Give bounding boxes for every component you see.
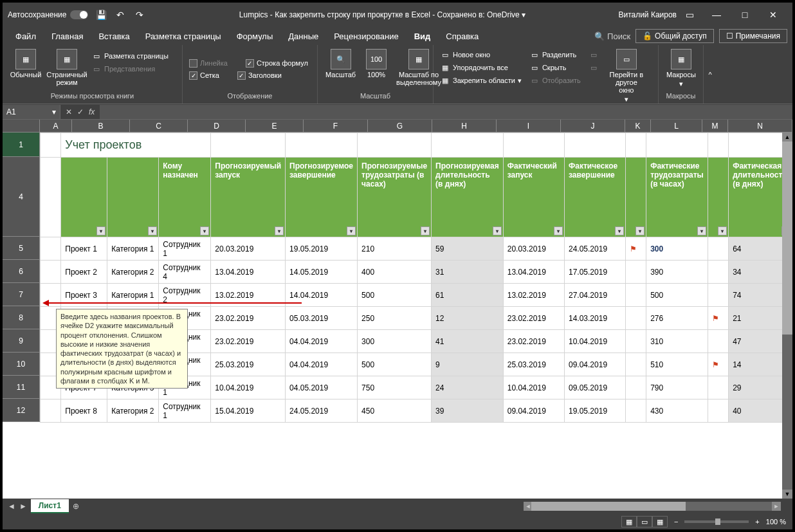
- tab-view[interactable]: Вид: [407, 29, 439, 44]
- cell[interactable]: 500: [646, 284, 708, 307]
- row-header[interactable]: 12: [3, 399, 40, 422]
- zoom-slider[interactable]: [684, 520, 749, 523]
- zoom-out-icon[interactable]: −: [674, 518, 678, 526]
- filter-button[interactable]: ▾: [347, 226, 356, 235]
- cell[interactable]: 10.04.2019: [503, 376, 564, 399]
- tab-help[interactable]: Справка: [438, 29, 486, 44]
- scroll-thumb[interactable]: [782, 142, 792, 335]
- row-header[interactable]: 9: [3, 329, 40, 353]
- filter-button[interactable]: ▾: [96, 226, 105, 235]
- column-header[interactable]: G: [368, 120, 432, 133]
- cell[interactable]: [625, 284, 646, 307]
- filter-button[interactable]: ▾: [718, 226, 727, 235]
- sheet-tab[interactable]: Лист1: [31, 499, 69, 513]
- scroll-up-icon[interactable]: ▲: [782, 133, 792, 142]
- cell[interactable]: 13.04.2019: [503, 261, 564, 284]
- cell[interactable]: [625, 353, 646, 376]
- switch-windows-button[interactable]: ▭Перейти в другое окно ▾: [604, 48, 649, 105]
- cell[interactable]: 12: [432, 307, 504, 330]
- gridlines-checkbox[interactable]: ✓Сетка: [187, 71, 222, 80]
- cell[interactable]: 250: [358, 307, 432, 330]
- cell[interactable]: 09.04.2019: [503, 399, 564, 423]
- column-header[interactable]: M: [702, 120, 728, 133]
- maximize-button[interactable]: □: [731, 5, 759, 24]
- column-header[interactable]: D: [188, 120, 246, 133]
- cell[interactable]: [565, 133, 626, 158]
- zoom-in-icon[interactable]: +: [755, 518, 759, 526]
- cell[interactable]: 23.02.2019: [211, 307, 286, 330]
- cell[interactable]: Категория 2: [107, 261, 159, 284]
- cell[interactable]: ⚑: [708, 353, 728, 376]
- cell[interactable]: 23.02.2019: [503, 307, 564, 330]
- cancel-icon[interactable]: ✕: [66, 107, 72, 116]
- cell[interactable]: [708, 284, 728, 307]
- cell[interactable]: Проект 8: [61, 399, 107, 423]
- cell[interactable]: 24.05.2019: [286, 399, 358, 423]
- filter-button[interactable]: ▾: [615, 226, 624, 235]
- scroll-down-icon[interactable]: ▼: [782, 490, 792, 499]
- formula-input[interactable]: [100, 105, 792, 119]
- split-button[interactable]: ▭Разделить: [527, 49, 583, 60]
- column-header[interactable]: L: [651, 120, 702, 133]
- add-sheet-icon[interactable]: ⊕: [73, 502, 79, 511]
- cell[interactable]: 09.05.2019: [565, 376, 626, 399]
- filter-button[interactable]: ▾: [635, 226, 644, 235]
- cell[interactable]: [41, 399, 61, 423]
- name-box[interactable]: A1▾: [3, 105, 60, 119]
- cell[interactable]: 61: [432, 284, 504, 307]
- header-cell[interactable]: Прогнозируемые трудозатраты (в часах)▾: [358, 158, 432, 237]
- tab-file[interactable]: Файл: [8, 29, 44, 44]
- row-header[interactable]: 4: [3, 157, 40, 237]
- normal-view-button[interactable]: ▦Обычный: [6, 48, 45, 91]
- page-layout-button[interactable]: ▭Разметка страницы: [89, 50, 171, 62]
- cell[interactable]: 59: [432, 237, 504, 261]
- unhide-button[interactable]: ▭Отобразить: [527, 75, 583, 86]
- filter-button[interactable]: ▾: [148, 226, 157, 235]
- hide-button[interactable]: ▭Скрыть: [527, 62, 583, 73]
- header-cell[interactable]: Фактическое завершение▾: [565, 158, 626, 237]
- cell[interactable]: 20.03.2019: [211, 237, 286, 261]
- vertical-scrollbar[interactable]: ▲ ▼: [782, 133, 792, 499]
- scroll-right-icon[interactable]: ►: [772, 502, 781, 511]
- cell[interactable]: 27.04.2019: [565, 284, 626, 307]
- cell[interactable]: Сотрудник 4: [159, 261, 211, 284]
- cell[interactable]: [41, 237, 61, 261]
- cell[interactable]: 04.04.2019: [286, 353, 358, 376]
- cell[interactable]: 510: [646, 353, 708, 376]
- cell[interactable]: 25.03.2019: [503, 353, 564, 376]
- cell[interactable]: 25.03.2019: [211, 353, 286, 376]
- cell[interactable]: 19.05.2019: [565, 399, 626, 423]
- fx-icon[interactable]: fx: [89, 107, 95, 116]
- cell[interactable]: Сотрудник 1: [159, 237, 211, 261]
- cell[interactable]: [432, 133, 504, 158]
- cell[interactable]: 24: [432, 376, 504, 399]
- filter-button[interactable]: ▾: [421, 226, 430, 235]
- filter-button[interactable]: ▾: [200, 226, 209, 235]
- custom-views-button[interactable]: ▭Представления: [89, 63, 171, 75]
- cell[interactable]: [625, 307, 646, 330]
- column-header[interactable]: B: [72, 120, 130, 133]
- cell[interactable]: 500: [358, 284, 432, 307]
- sheet-nav-next-icon[interactable]: ►: [19, 502, 27, 511]
- row-header[interactable]: 7: [3, 283, 40, 306]
- arrange-all-button[interactable]: ▦Упорядочить все: [437, 62, 524, 73]
- formula-bar-checkbox[interactable]: ✓Строка формул: [243, 59, 311, 68]
- normal-view-icon[interactable]: ▦: [621, 516, 637, 527]
- column-header[interactable]: H: [432, 120, 497, 133]
- share-button[interactable]: 🔓 Общий доступ: [635, 29, 714, 43]
- column-header[interactable]: J: [561, 120, 625, 133]
- collapse-ribbon-button[interactable]: ^: [704, 45, 717, 104]
- row-header[interactable]: 5: [3, 237, 40, 260]
- cell[interactable]: 14.05.2019: [286, 261, 358, 284]
- hscroll-thumb[interactable]: [531, 502, 686, 511]
- cell[interactable]: 390: [646, 261, 708, 284]
- cell[interactable]: 14.03.2019: [565, 307, 626, 330]
- headings-checkbox[interactable]: ✓Заголовки: [235, 71, 284, 80]
- autosave-toggle[interactable]: Автосохранение: [8, 10, 88, 19]
- column-header[interactable]: I: [497, 120, 561, 133]
- sheet-nav-prev-icon[interactable]: ◄: [8, 502, 15, 511]
- cell[interactable]: [41, 133, 61, 158]
- cell[interactable]: 400: [358, 261, 432, 284]
- row-header[interactable]: 1: [3, 133, 40, 157]
- cell[interactable]: [358, 133, 432, 158]
